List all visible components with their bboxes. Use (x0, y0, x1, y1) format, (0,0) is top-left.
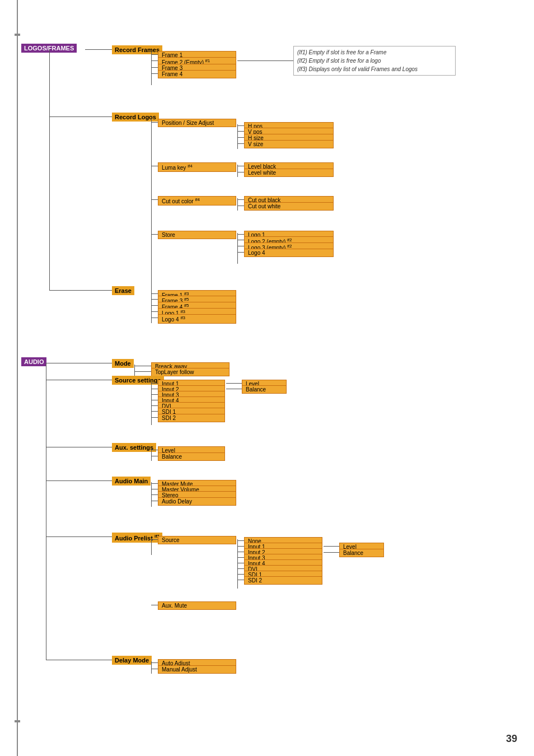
conn-audio-ss (46, 380, 112, 380)
vline-psa-items (237, 124, 238, 149)
conn-cutout-white (237, 206, 244, 206)
source-sdi2: SDI 2 (244, 576, 322, 585)
source-label: Source (158, 536, 236, 544)
conn-hpos (237, 125, 244, 126)
vsize-item: V size (244, 140, 334, 148)
conn-level-black (237, 166, 244, 166)
erase-logo4: Logo 4 if3 (158, 314, 236, 324)
conn-vpos (237, 131, 244, 132)
conn-ef4 (151, 305, 158, 306)
vline-audio-main (46, 447, 46, 480)
vline-store-items (237, 233, 238, 264)
conn-audio-aux (46, 447, 112, 447)
aux-settings-label: Aux. settings (112, 443, 156, 452)
vline-lf-down (49, 49, 50, 116)
conn-breack (134, 366, 151, 366)
aux-mute: Aux. Mute (158, 601, 236, 610)
conn-audio-mode (46, 363, 112, 363)
conn-lf-erase (49, 290, 112, 291)
record-logos-label: Record Logos (112, 113, 159, 122)
erase-label: Erase (112, 286, 134, 295)
conn-psa (151, 122, 158, 123)
vline-source-items (237, 539, 238, 589)
conn-cutout (151, 199, 158, 200)
conn-aux-level (151, 450, 158, 450)
ss-sdi2: SDI 2 (158, 414, 225, 422)
conn-audio-audiomain (46, 480, 112, 481)
conn-audio-delay-mode (46, 660, 112, 660)
audio-prelist-label: Audio Prelist if1 (112, 533, 162, 543)
record-frames-label: Record Frames (112, 45, 162, 54)
vline-delay-items (151, 661, 152, 674)
vline-rl (151, 119, 152, 309)
conn-store (151, 234, 158, 235)
vline-aux-items (151, 449, 152, 461)
page-number: 39 (506, 733, 517, 745)
conn-frame4-h (151, 73, 158, 74)
conn-mastervol (151, 489, 158, 489)
conn-aux-balance (151, 456, 158, 456)
conn-src-inp2 (237, 552, 244, 552)
conn-sdi2 (151, 417, 158, 418)
conn-level-white (237, 172, 244, 172)
conn-ss-balance (226, 389, 242, 389)
conn-hsize (237, 137, 244, 138)
conn-prelist-level (324, 546, 339, 547)
conn-none (237, 540, 244, 541)
manual-adjust: Manual Adjust (158, 665, 236, 674)
store-label: Store (158, 231, 236, 239)
vline-erase-items (151, 292, 152, 323)
prelist-balance: Balance (339, 549, 384, 557)
aux-balance: Balance (158, 452, 225, 461)
vline-audio-aux (46, 380, 46, 447)
conn-auto-adjust (151, 662, 158, 663)
conn-toplayer (134, 371, 151, 372)
conn-vsize (237, 143, 244, 144)
conn-logo3 (237, 246, 244, 246)
conn-inp3 (151, 394, 158, 395)
conn-dvi (151, 405, 158, 406)
vline-audio-delay (46, 536, 46, 660)
conn-ss-level (226, 383, 242, 384)
conn-audio-prelist (46, 536, 112, 537)
frame4-item: Frame 4 (158, 70, 236, 78)
left-border (17, 0, 18, 756)
level-white-item: Level white (244, 169, 334, 177)
conn-inp1 (151, 383, 158, 384)
conn-src-sdi2 (237, 580, 244, 580)
vline-lf-erase (49, 116, 50, 290)
connector-lf-rf (85, 49, 112, 50)
conn-frame1-h (151, 54, 158, 55)
conn-inp4 (151, 400, 158, 400)
conn-src-inp4 (237, 563, 244, 563)
conn-lf-rl (49, 116, 112, 117)
conn-source (151, 539, 158, 540)
conn-mastermute (151, 483, 158, 484)
vline-audio-prelist (46, 480, 46, 536)
conn-audiodelay (151, 501, 158, 501)
ss-balance: Balance (242, 385, 287, 394)
vline-cutout-items (237, 198, 238, 211)
conn-ef3 (151, 299, 158, 300)
conn-logo2 (237, 240, 244, 240)
dot-top (15, 34, 20, 36)
position-size-label: Position / Size Adjust (158, 119, 236, 127)
conn-frames-note (237, 60, 293, 61)
dot-bottom (15, 720, 20, 722)
conn-cutout-black (237, 199, 244, 200)
conn-src-dvi (237, 568, 244, 569)
conn-sdi1 (151, 411, 158, 412)
record-frames-note: (If1) Empty if slot is free for a Frame … (293, 46, 456, 76)
audio-main-label: Audio Main (112, 477, 151, 486)
conn-manual-adjust (151, 669, 158, 669)
conn-prelist-balance (324, 552, 339, 553)
conn-frame3-h (151, 67, 158, 68)
conn-luma (151, 166, 158, 166)
toplayer-follow: TopLayer follow (151, 368, 229, 376)
logo4-item: Logo 4 (244, 249, 334, 257)
mode-label: Mode (112, 359, 134, 368)
conn-logo4 (237, 252, 244, 253)
vline-audio-down (46, 363, 46, 380)
vline-luma-items (237, 165, 238, 177)
conn-el4 (151, 318, 158, 318)
